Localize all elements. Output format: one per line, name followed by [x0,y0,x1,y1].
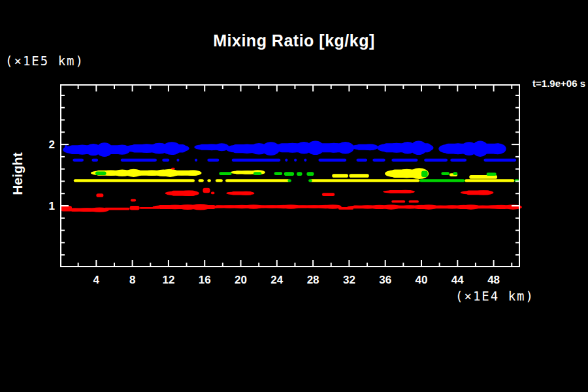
contour-lower-red-patches [131,199,136,202]
contour-lower-red-patches [203,188,210,193]
contour-lower-red-patches [409,201,419,203]
contour-upper-cloud-wisps [162,159,169,162]
x-tick-label: 20 [235,274,247,286]
contour-mid-band-yellow-blobs [332,174,348,178]
x-tick-label: 12 [162,274,174,286]
contour-lower-red-patches [171,168,175,170]
contour-upper-cloud-band [489,143,506,154]
contour-upper-cloud-wisps [391,159,417,162]
contour-upper-cloud-band [170,145,189,152]
contour-lower-red-line [129,206,139,210]
x-tick-label: 40 [416,274,428,286]
contour-upper-cloud-wisps [294,159,297,162]
x-tick-label: 32 [343,274,355,286]
contour-mid-line-green [419,179,465,182]
contour-lower-red-patches [391,201,405,203]
y-tick-label: 2 [49,139,55,151]
contour-upper-cloud-wisps [483,159,516,162]
contour-upper-cloud-wisps [195,159,197,162]
contour-mid-band-green-patches [306,172,314,176]
contour-upper-cloud-wisps [372,159,385,162]
contour-mid-line-yellow [199,179,204,182]
contour-lower-red-patches [322,193,335,196]
contour-mid-line-yellow [310,179,419,182]
x-tick-label: 8 [129,274,135,286]
contour-upper-cloud-wisps [176,159,179,162]
contour-lower-red-patches [395,190,414,193]
contour-upper-cloud-wisps [73,159,84,162]
contour-mid-band-green-patches [219,172,231,175]
contour-mid-band-green-patches [253,172,261,175]
contour-lower-red-patches [96,193,103,197]
contour-upper-cloud-wisps [121,159,157,162]
contour-mid-line-yellow [465,179,514,182]
contour-lower-red-line [105,208,130,210]
contour-mid-line-yellow [74,179,195,182]
contour-mid-band-green-patches [297,172,302,176]
contour-mid-band-green-patches [421,171,428,176]
contour-upper-cloud-wisps [232,159,281,162]
contour-upper-cloud-wisps [424,159,448,162]
contour-mid-band-yellow-blobs [349,174,368,178]
contour-mid-line-yellow [225,179,289,182]
contour-mid-band-green-patches [441,172,449,175]
contour-mid-line-yellow [216,179,223,182]
contour-lower-red-patches [474,190,494,195]
x-tick-label: 24 [270,274,283,286]
x-tick-label: 4 [93,274,100,286]
plot-window: Mixing Ratio [kg/kg] (×1E5 km) Height t=… [0,0,588,392]
contour-lower-red-patches [178,190,199,196]
contour-upper-cloud-wisps [285,159,287,162]
x-tick-label: 44 [451,274,464,286]
contour-mid-line-yellow [207,179,211,182]
contour-lower-red-patches [211,191,215,194]
contour-mid-band-green-patches [95,171,106,175]
contour-mid-band-green-patches [453,172,457,175]
contour-upper-cloud-wisps [450,159,466,162]
contour-mid-band-yellow-blobs [184,171,201,176]
plot-area: 481216202428323640444812 [0,0,588,392]
contour-upper-cloud-band [362,144,378,150]
y-tick-label: 1 [49,200,55,212]
contour-mid-band-green-patches [274,172,282,175]
contour-upper-cloud-wisps [318,159,346,162]
contour-mid-band-green-patches [487,172,497,176]
x-tick-label: 16 [199,274,211,286]
x-tick-label: 48 [487,274,500,286]
contour-upper-cloud-band [417,144,433,152]
x-tick-label: 36 [379,274,391,286]
contour-upper-cloud-wisps [304,159,306,162]
contour-mid-band-green-patches [284,172,294,176]
contour-mid-line-green [287,179,291,182]
contour-lower-red-patches [238,191,255,195]
x-tick-label: 28 [307,274,319,286]
contour-upper-cloud-wisps [91,159,98,162]
contour-upper-cloud-wisps [356,159,367,162]
contour-upper-cloud-wisps [207,159,219,162]
contour-mid-line-green [308,179,312,182]
